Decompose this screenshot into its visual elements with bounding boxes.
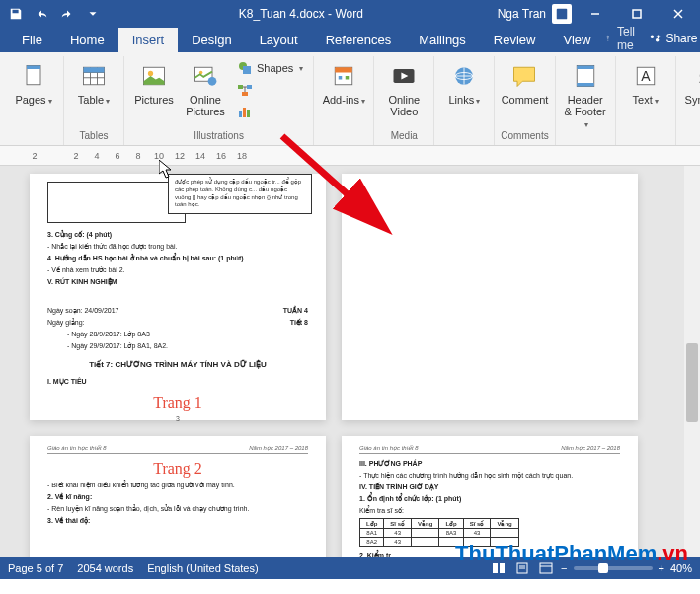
ribbon-tabs: File Home Insert Design Layout Reference… [0,28,700,52]
tab-file[interactable]: File [8,28,56,52]
user-name[interactable]: Nga Tran [498,7,546,21]
links-button[interactable]: Links▾ [440,58,488,109]
page-label-2: Trang 2 [47,460,308,478]
svg-rect-32 [346,76,350,80]
svg-rect-42 [493,563,498,573]
svg-rect-27 [243,108,246,117]
tab-mailings[interactable]: Mailings [405,28,480,52]
chart-button[interactable] [233,102,307,121]
links-icon [448,60,480,92]
table-icon [78,60,110,92]
pictures-button[interactable]: Pictures [130,58,178,108]
svg-rect-28 [247,110,250,117]
group-text: A Text▾ [616,56,676,145]
svg-rect-2 [633,10,641,18]
group-tables: Table▾ Tables [64,56,124,145]
blank-page[interactable] [342,174,638,420]
tab-references[interactable]: References [312,28,405,52]
tab-home[interactable]: Home [56,28,118,52]
zoom-slider[interactable] [574,566,653,570]
tell-me-search[interactable]: Tell me [604,25,640,52]
print-layout-button[interactable] [513,560,531,576]
group-comments: Comment Comments [495,56,555,145]
tab-review[interactable]: Review [480,28,550,52]
vertical-scrollbar[interactable] [684,166,700,557]
scroll-thumb[interactable] [686,343,698,422]
page-3[interactable]: được phép sử dụng cặp dấu ngoặc tr... để… [30,174,326,420]
svg-rect-15 [84,67,105,72]
zoom-level[interactable]: 40% [670,562,692,574]
document-area[interactable]: được phép sử dụng cặp dấu ngoặc tr... để… [0,166,700,557]
zoom-out[interactable]: − [561,562,567,574]
group-media: Online Video Media [374,56,434,145]
word-count[interactable]: 2054 words [77,562,133,574]
page-5[interactable]: Giáo án tin học thiết 8 Năm học 2017 – 2… [342,436,638,557]
tab-layout[interactable]: Layout [246,28,312,52]
group-headerfooter: Header & Footer▾ [556,56,616,145]
header-footer-button[interactable]: Header & Footer▾ [562,58,609,132]
minimize-button[interactable] [578,0,613,28]
video-icon [388,60,420,92]
svg-rect-47 [540,563,552,573]
close-button[interactable] [661,0,696,28]
svg-rect-22 [243,66,251,74]
titlebar: K8_Tuan 4.docx - Word Nga Tran [0,0,700,28]
tab-insert[interactable]: Insert [118,28,179,52]
svg-rect-26 [239,111,242,117]
read-mode-button[interactable] [490,560,507,576]
image-frame[interactable] [47,182,186,223]
table-button[interactable]: Table▾ [70,58,117,109]
tab-design[interactable]: Design [178,28,245,52]
header-footer-icon [570,60,601,92]
svg-point-20 [208,77,217,86]
page-indicator[interactable]: Page 5 of 7 [8,562,63,574]
smartart-button[interactable] [233,80,307,100]
tab-view[interactable]: View [549,28,604,52]
comment-button[interactable]: Comment [501,58,548,108]
shapes-button[interactable]: Shapes▾ [233,58,307,78]
ribbon: Pages▾ Table▾ Tables Pictures Online Pic… [0,52,700,146]
pages-icon [18,60,49,92]
group-addins: Add-ins▾ [314,56,374,145]
save-button[interactable] [4,2,28,26]
svg-rect-43 [500,563,505,573]
online-pictures-button[interactable]: Online Pictures [182,58,229,119]
addins-button[interactable]: Add-ins▾ [320,58,367,109]
zoom-in[interactable]: + [659,562,664,574]
comment-icon [508,60,540,92]
svg-point-6 [651,36,655,39]
chart-icon [237,104,253,119]
svg-text:A: A [641,68,651,84]
group-illustrations: Pictures Online Pictures Shapes▾ Illustr… [124,56,314,145]
smartart-icon [237,82,253,98]
text-button[interactable]: A Text▾ [622,58,669,109]
redo-button[interactable] [55,2,79,26]
qat-customize[interactable] [81,2,105,26]
ruler[interactable]: 2 2 4 6 8 10 12 14 16 18 [0,146,700,166]
svg-rect-37 [577,66,594,70]
addins-icon [328,60,359,92]
shapes-icon [237,60,253,76]
undo-button[interactable] [30,2,53,26]
language-indicator[interactable]: English (United States) [147,562,259,574]
online-video-button[interactable]: Online Video [380,58,428,119]
svg-rect-24 [247,85,252,89]
online-pictures-icon [190,60,221,92]
web-layout-button[interactable] [537,560,555,576]
svg-rect-0 [557,9,568,20]
symbols-button[interactable]: Ω Symbols▾ [682,58,700,120]
text-box[interactable]: được phép sử dụng cặp dấu ngoặc tr... để… [168,174,312,214]
page-4[interactable]: Giáo án tin học thiết 8 Năm học 2017 – 2… [30,436,326,557]
pictures-icon [138,60,170,92]
pages-button[interactable]: Pages▾ [10,58,57,109]
account-icon[interactable] [552,4,572,24]
svg-point-17 [148,71,153,76]
svg-rect-30 [336,67,353,72]
group-symbols: Ω Symbols▾ [676,56,700,145]
statusbar: Page 5 of 7 2054 words English (United S… [0,557,700,579]
svg-point-7 [656,38,660,42]
svg-point-5 [607,36,609,37]
svg-rect-38 [577,83,594,87]
share-button[interactable]: Share [648,32,697,45]
maximize-button[interactable] [619,0,655,28]
